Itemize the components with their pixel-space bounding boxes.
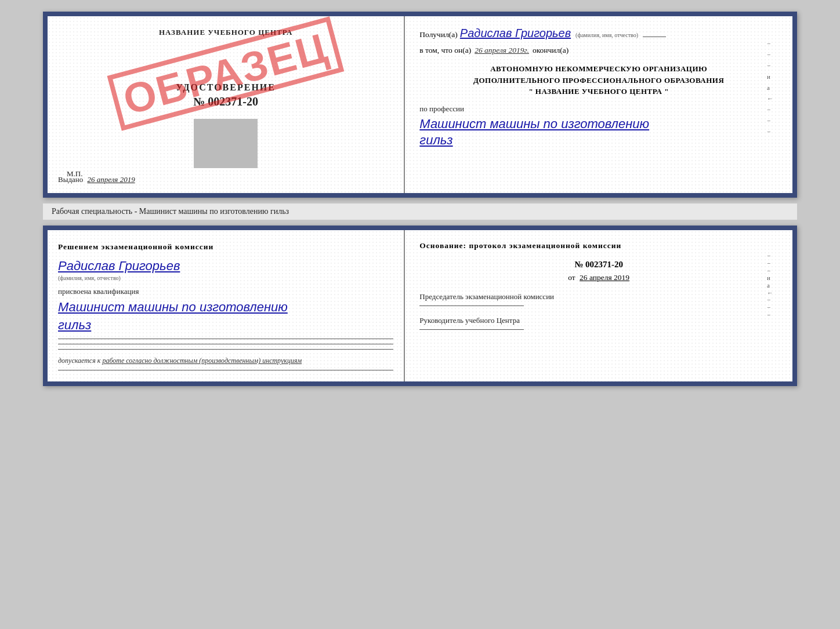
chair-signature-line bbox=[419, 306, 524, 306]
org-line1: АВТОНОМНУЮ НЕКОММЕРЧЕСКУЮ ОРГАНИЗАЦИЮ bbox=[419, 63, 778, 75]
bottom-right-panel: Основание: протокол экзаменационной коми… bbox=[405, 230, 792, 381]
protocol-date-value: 26 апреля 2019 bbox=[580, 273, 629, 282]
org-line2: ДОПОЛНИТЕЛЬНОГО ПРОФЕССИОНАЛЬНОГО ОБРАЗО… bbox=[419, 75, 778, 86]
decision-text: Решением экзаменационной комиссии bbox=[58, 242, 393, 253]
profession-name2: гильз bbox=[419, 132, 778, 149]
in-that-prefix: в том, что он(а) bbox=[419, 46, 471, 55]
completed-date: 26 апреля 2019г. bbox=[475, 46, 529, 55]
top-document: НАЗВАНИЕ УЧЕБНОГО ЦЕНТРА ОБРАЗЕЦ УДОСТОВ… bbox=[43, 12, 797, 198]
underline2 bbox=[58, 344, 393, 344]
completed-suffix: окончил(а) bbox=[533, 46, 569, 55]
allowed-text: допускается к работе согласно должностны… bbox=[58, 357, 393, 365]
protocol-date: от 26 апреля 2019 bbox=[419, 273, 778, 282]
allowed-description: работе согласно должностным (производств… bbox=[102, 357, 302, 365]
profession-name: Машинист машины по изготовлению bbox=[419, 116, 778, 133]
middle-label: Рабочая специальность - Машинист машины … bbox=[43, 203, 797, 220]
right-side-dashes-top: −−−иа←−−− bbox=[767, 27, 773, 149]
recipient-name: Радислав Григорьев bbox=[460, 27, 571, 40]
basis-title: Основание: протокол экзаменационной коми… bbox=[419, 241, 778, 252]
document-wrapper: НАЗВАНИЕ УЧЕБНОГО ЦЕНТРА ОБРАЗЕЦ УДОСТОВ… bbox=[43, 12, 797, 386]
fio-subtitle-top: (фамилия, имя, отчество) bbox=[575, 32, 638, 38]
top-right-panel: Получил(а) Радислав Григорьев (фамилия, … bbox=[405, 16, 792, 193]
underline1 bbox=[58, 339, 393, 339]
qualification-line2: гильз bbox=[58, 317, 393, 335]
protocol-number: № 002371-20 bbox=[419, 260, 778, 270]
date-prefix: от bbox=[568, 273, 575, 282]
name-subtitle-bottom: (фамилия, имя, отчество) bbox=[58, 275, 393, 281]
top-left-panel: НАЗВАНИЕ УЧЕБНОГО ЦЕНТРА ОБРАЗЕЦ УДОСТОВ… bbox=[48, 16, 405, 193]
received-line: Получил(а) Радислав Григорьев (фамилия, … bbox=[419, 27, 778, 40]
bottom-left-panel: Решением экзаменационной комиссии Радисл… bbox=[48, 230, 405, 381]
received-prefix: Получил(а) bbox=[419, 30, 458, 39]
underline3 bbox=[58, 349, 393, 350]
assigned-text: присвоена квалификация bbox=[58, 287, 393, 296]
allowed-prefix: допускается к bbox=[58, 357, 100, 365]
qualification-line1: Машинист машины по изготовлению bbox=[58, 299, 393, 317]
head-signature-block: Руководитель учебного Центра bbox=[419, 315, 778, 330]
underline4 bbox=[58, 370, 393, 370]
head-signature-line bbox=[419, 329, 524, 330]
org-block: АВТОНОМНУЮ НЕКОММЕРЧЕСКУЮ ОРГАНИЗАЦИЮ ДО… bbox=[419, 63, 778, 97]
photo-placeholder bbox=[194, 119, 258, 168]
org-line3: " НАЗВАНИЕ УЧЕБНОГО ЦЕНТРА " bbox=[419, 86, 778, 97]
chair-signature-block: Председатель экзаменационной комиссии bbox=[419, 292, 778, 306]
completed-line: в том, что он(а) 26 апреля 2019г. окончи… bbox=[419, 46, 778, 55]
issued-date: 26 апреля 2019 bbox=[88, 175, 135, 184]
chair-label: Председатель экзаменационной комиссии bbox=[419, 292, 778, 302]
bottom-document: Решением экзаменационной комиссии Радисл… bbox=[43, 226, 797, 386]
profession-label: по профессии bbox=[419, 104, 778, 114]
head-label: Руководитель учебного Центра bbox=[419, 315, 778, 326]
right-side-dashes-bottom: −−−иа←−−− bbox=[767, 241, 773, 330]
mp-label: М.П. bbox=[67, 169, 82, 179]
person-name-bottom: Радислав Григорьев bbox=[58, 259, 393, 274]
